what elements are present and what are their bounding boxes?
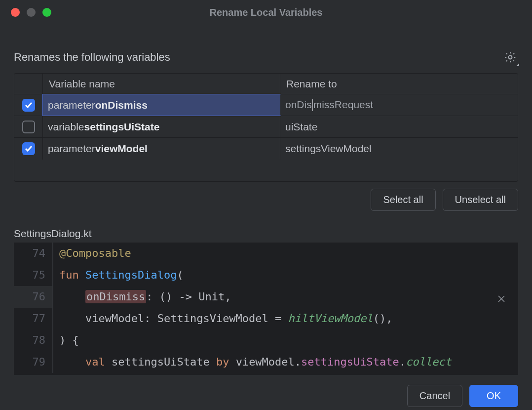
rename-input[interactable]: onDismissRequest	[285, 99, 373, 111]
code-line: 76 onDismiss: () -> Unit,	[14, 286, 518, 308]
line-number: 75	[14, 264, 53, 286]
close-window-icon[interactable]	[11, 8, 20, 17]
rename-value: uiState	[285, 121, 317, 133]
row-checkbox[interactable]	[22, 142, 35, 155]
row-checkbox-cell	[14, 116, 43, 137]
variable-kind: parameter	[48, 99, 95, 111]
variable-identifier: viewModel	[95, 143, 148, 155]
settings-button[interactable]	[502, 49, 518, 65]
col-variable-name: Variable name	[43, 74, 280, 94]
close-icon	[497, 294, 506, 303]
minimize-window-icon	[27, 8, 36, 17]
close-preview-button[interactable]	[494, 292, 508, 306]
table-header: Variable name Rename to	[14, 74, 518, 94]
row-checkbox-cell	[14, 138, 43, 160]
code-line: 78) {	[14, 329, 518, 351]
code-line: 79 val settingsUiState by viewModel.sett…	[14, 351, 518, 373]
code-preview: 74@Composable75fun SettingsDialog(76 onD…	[14, 243, 518, 375]
variable-name-cell[interactable]: variable settingsUiState	[43, 116, 280, 137]
dropdown-indicator-icon	[516, 63, 519, 66]
table-empty-row	[14, 160, 518, 181]
check-icon	[24, 144, 33, 153]
code-content: ) {	[53, 329, 79, 351]
variable-kind: variable	[48, 121, 84, 133]
line-number: 74	[14, 243, 53, 264]
code-line: 75fun SettingsDialog(	[14, 264, 518, 286]
rename-to-cell[interactable]: settingsViewModel	[280, 138, 518, 160]
rename-to-cell[interactable]: uiState	[280, 116, 518, 137]
variable-identifier: settingsUiState	[84, 121, 160, 133]
line-number: 78	[14, 329, 53, 351]
variable-name-cell[interactable]: parameter onDismiss	[42, 94, 281, 116]
rename-to-cell[interactable]: onDismissRequest	[280, 94, 518, 116]
variable-kind: parameter	[48, 143, 95, 155]
code-content: @Composable	[53, 243, 131, 264]
rename-value: settingsViewModel	[285, 143, 372, 155]
window-title: Rename Local Variables	[0, 7, 532, 18]
table-row[interactable]: parameter viewModelsettingsViewModel	[14, 138, 518, 160]
titlebar: Rename Local Variables	[0, 0, 532, 25]
code-content: fun SettingsDialog(	[53, 264, 184, 286]
variable-identifier: onDismiss	[95, 99, 148, 111]
page-subtitle: Renames the following variables	[14, 51, 170, 64]
row-checkbox[interactable]	[22, 121, 35, 133]
table-row[interactable]: parameter onDismissonDismissRequest	[14, 94, 518, 116]
unselect-all-button[interactable]: Unselect all	[443, 189, 518, 211]
line-number: 79	[14, 351, 53, 373]
variable-name-cell[interactable]: parameter viewModel	[43, 138, 280, 160]
select-all-button[interactable]: Select all	[371, 189, 435, 211]
code-content: onDismiss: () -> Unit,	[53, 286, 231, 308]
row-checkbox[interactable]	[22, 99, 35, 112]
row-checkbox-cell	[14, 94, 43, 116]
line-number: 77	[14, 308, 53, 329]
cancel-button[interactable]: Cancel	[407, 385, 462, 407]
code-line: 74@Composable	[14, 243, 518, 264]
file-name-label: SettingsDialog.kt	[14, 228, 518, 240]
window-controls	[0, 8, 51, 17]
svg-point-0	[509, 56, 512, 59]
text-caret	[312, 99, 313, 111]
zoom-window-icon[interactable]	[42, 8, 51, 17]
code-line: 77 viewModel: SettingsViewModel = hiltVi…	[14, 308, 518, 329]
check-icon	[24, 101, 33, 110]
variables-table: Variable name Rename to parameter onDism…	[14, 73, 518, 182]
line-number: 76	[14, 286, 53, 308]
gear-icon	[504, 51, 517, 64]
col-rename-to: Rename to	[280, 74, 518, 94]
code-content: viewModel: SettingsViewModel = hiltViewM…	[53, 308, 393, 329]
code-content: val settingsUiState by viewModel.setting…	[53, 351, 452, 373]
table-row[interactable]: variable settingsUiStateuiState	[14, 116, 518, 138]
ok-button[interactable]: OK	[469, 385, 518, 407]
col-checkbox	[14, 74, 43, 94]
